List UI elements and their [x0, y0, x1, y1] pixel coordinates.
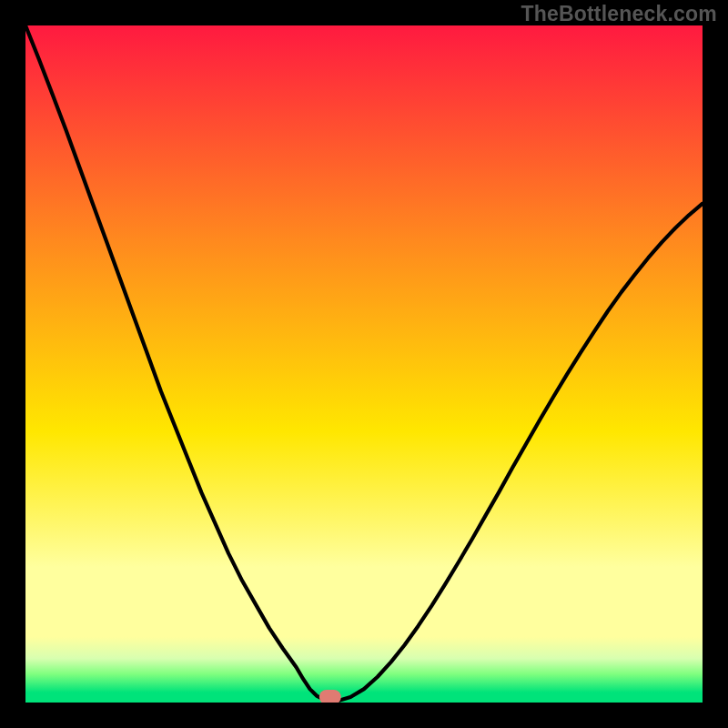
plot-frame	[0, 0, 25, 728]
plot-frame	[0, 703, 728, 728]
plot-frame	[703, 0, 728, 728]
outer-frame: TheBottleneck.com	[0, 0, 728, 728]
bottleneck-chart	[0, 0, 728, 728]
plot-background	[25, 25, 703, 703]
optimum-marker	[319, 690, 341, 704]
watermark-text: TheBottleneck.com	[521, 2, 717, 26]
